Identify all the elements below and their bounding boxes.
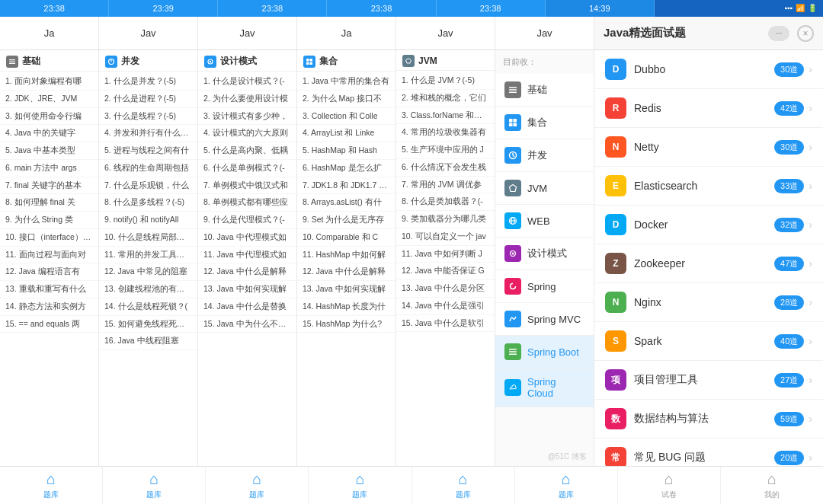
list-item[interactable]: 8. 单例模式都有哪些应 xyxy=(198,194,296,212)
tab-item-5[interactable]: ⌂ 题库 xyxy=(515,467,618,504)
list-item[interactable]: 6. 什么情况下会发生栈 xyxy=(396,159,495,177)
right-item-常见BUG问题[interactable]: 常 常见 BUG 问题 20道 › xyxy=(594,439,823,466)
list-item[interactable]: 3. 什么是线程？(-5) xyxy=(99,108,197,126)
mid-category-item-concurrency[interactable]: 并发 xyxy=(495,139,594,172)
list-item[interactable]: 5. 什么是高内聚、低耦 xyxy=(198,142,296,160)
list-item[interactable]: 13. Java 中如何实现解 xyxy=(198,281,296,298)
list-item[interactable]: 14. 什么是线程死锁？( xyxy=(99,298,197,316)
list-item[interactable]: 2. 什么是进程？(-5) xyxy=(99,91,197,108)
list-item[interactable]: 3. 如何使用命令行编 xyxy=(0,108,98,126)
list-item[interactable]: 12. Java 中什么是解释 xyxy=(198,263,296,281)
list-item[interactable]: 9. Set 为什么是无序存 xyxy=(297,212,395,229)
list-item[interactable]: 5. HashMap 和 Hash xyxy=(297,142,395,160)
list-item[interactable]: 15. == and equals 两 xyxy=(0,316,98,333)
tab-item-2[interactable]: ⌂ 题库 xyxy=(206,467,309,504)
list-item[interactable]: 7. final 关键字的基本 xyxy=(0,177,98,195)
list-item[interactable]: 12. Java 编程语言有 xyxy=(0,263,98,281)
tab-item-4[interactable]: ⌂ 题库 xyxy=(412,467,515,504)
list-item[interactable]: 11. Java 中如何判断 J xyxy=(396,246,495,263)
header-design[interactable]: Jav xyxy=(198,17,297,50)
list-item[interactable]: 10. 可以自定义一个 jav xyxy=(396,228,495,246)
list-item[interactable]: 8. Arrays.asList() 有什 xyxy=(297,194,395,212)
list-item[interactable]: 14. Java 中什么是强引 xyxy=(396,298,495,315)
list-item[interactable]: 8. 如何理解 final 关 xyxy=(0,194,98,212)
list-item[interactable]: 6. 什么是单例模式？(- xyxy=(198,160,296,177)
list-item[interactable]: 15. Java 中为什么不支持多继承？变量？(-5) xyxy=(198,316,296,333)
list-item[interactable]: 6. HashMap 是怎么扩 xyxy=(297,160,395,177)
list-item[interactable]: 9. 为什么 String 类 xyxy=(0,212,98,229)
list-item[interactable]: 4. 设计模式的六大原则 xyxy=(198,125,296,142)
list-item[interactable]: 15. 如何避免线程死锁？ xyxy=(99,316,197,333)
list-item[interactable]: 13. Java 中如何实现解 xyxy=(297,281,395,298)
list-item[interactable]: 4. 并发和并行有什么区别 xyxy=(99,125,197,142)
list-item[interactable]: 15. Java 中什么是软引 xyxy=(396,315,495,333)
mid-category-item-design[interactable]: 设计模式 xyxy=(495,238,594,270)
list-item[interactable]: 9. 类加载器分为哪几类 xyxy=(396,211,495,228)
list-item[interactable]: 1. 什么是并发？(-5) xyxy=(99,73,197,91)
mid-category-item-springmvc[interactable]: Spring MVC xyxy=(495,303,594,336)
tab-item-1[interactable]: ⌂ 题库 xyxy=(103,467,206,504)
right-item-项目管理工具[interactable]: 项 项目管理工具 27道 › xyxy=(594,361,823,400)
list-item[interactable]: 12. Java 中什么是解释 xyxy=(297,263,395,281)
list-item[interactable]: 1. 什么是设计模式？(- xyxy=(198,73,296,91)
list-item[interactable]: 2. 堆和栈的概念，它们 xyxy=(396,90,495,107)
list-item[interactable]: 14. 静态方法和实例方 xyxy=(0,298,98,316)
list-item[interactable]: 7. 单例模式中饿汉式和 xyxy=(198,177,296,195)
right-item-Elasticsearch[interactable]: E Elasticsearch 33道 › xyxy=(594,167,823,206)
list-item[interactable]: 1. Java 中常用的集合有 xyxy=(297,73,395,91)
list-item[interactable]: 1. 面向对象编程有哪 xyxy=(0,73,98,91)
mid-category-item-collections[interactable]: 集合 xyxy=(495,107,594,139)
header-jvm[interactable]: Jav xyxy=(396,17,495,50)
list-item[interactable]: 10. 什么是线程局部变量 xyxy=(99,229,197,247)
list-item[interactable]: 15. HashMap 为什么? xyxy=(297,316,395,333)
list-item[interactable]: 16. Java 中线程阻塞 xyxy=(99,333,197,350)
right-item-Netty[interactable]: N Netty 30道 › xyxy=(594,128,823,167)
right-item-Redis[interactable]: R Redis 42道 › xyxy=(594,89,823,128)
right-item-数据结构与算法[interactable]: 数 数据结构与算法 59道 › xyxy=(594,400,823,439)
tab-item-6[interactable]: ⌂ 试卷 xyxy=(618,467,721,504)
list-item[interactable]: 13. 创建线程池的有几种 xyxy=(99,281,197,298)
right-item-Zookeeper[interactable]: Z Zookeeper 47道 › xyxy=(594,244,823,283)
list-item[interactable]: 5. Java 中基本类型 xyxy=(0,142,98,160)
list-item[interactable]: 11. Java 中代理模式如 xyxy=(198,247,296,264)
list-item[interactable]: 5. 进程与线程之间有什 xyxy=(99,142,197,160)
list-item[interactable]: 7. JDK1.8 和 JDK1.7 少？(-10) xyxy=(297,177,395,195)
list-item[interactable]: 13. Java 中什么是分区 xyxy=(396,280,495,298)
list-item[interactable]: 8. 什么是多线程？(-5) xyxy=(99,194,197,212)
list-item[interactable]: 10. 接口（interface）有什么区别？(-5) xyxy=(0,229,98,247)
list-item[interactable]: 3. Class.forName 和（别？(-5) xyxy=(396,107,495,125)
list-item[interactable]: 14. HashMap 长度为什 xyxy=(297,298,395,316)
list-item[interactable]: 6. main 方法中 args xyxy=(0,160,98,177)
list-item[interactable]: 11. HashMap 中如何解 xyxy=(297,247,395,264)
tab-item-0[interactable]: ⌂ 题库 xyxy=(0,467,103,504)
mid-category-item-basics[interactable]: 基础 xyxy=(495,74,594,107)
list-item[interactable]: 9. notify() 和 notifyAll xyxy=(99,212,197,229)
list-item[interactable]: 8. 什么是类加载器？(- xyxy=(396,193,495,211)
list-item[interactable]: 10. Java 中代理模式如 xyxy=(198,229,296,247)
list-item[interactable]: 4. Java 中的关键字 xyxy=(0,125,98,142)
list-item[interactable]: 4. 常用的垃圾收集器有 xyxy=(396,124,495,142)
more-button[interactable]: ··· xyxy=(768,26,789,41)
list-item[interactable]: 3. Collection 和 Colle xyxy=(297,108,395,126)
header-collections[interactable]: Ja xyxy=(297,17,396,50)
list-item[interactable]: 7. 什么是乐观锁，什么 xyxy=(99,177,197,195)
list-item[interactable]: 11. 常用的并发工具类有 xyxy=(99,247,197,264)
list-item[interactable]: 12. Java 中常见的阻塞 xyxy=(99,263,197,281)
list-item[interactable]: 6. 线程的生命周期包括 xyxy=(99,160,197,177)
tab-item-7[interactable]: ⌂ 我的 xyxy=(721,467,823,504)
header-mid[interactable]: Jav xyxy=(495,17,594,50)
header-concurrency[interactable]: Jav xyxy=(99,17,198,50)
list-item[interactable]: 12. Java 中能否保证 G xyxy=(396,263,495,280)
list-item[interactable]: 2. 为什么 Map 接口不 xyxy=(297,91,395,108)
header-basics[interactable]: Ja xyxy=(0,17,99,50)
tab-item-3[interactable]: ⌂ 题库 xyxy=(309,467,412,504)
mid-category-item-springboot[interactable]: Spring Boot xyxy=(495,336,594,368)
list-item[interactable]: 2. JDK、JRE、JVM xyxy=(0,91,98,108)
mid-category-item-web[interactable]: WEB xyxy=(495,205,594,238)
list-item[interactable]: 5. 生产环境中应用的 J xyxy=(396,142,495,159)
list-item[interactable]: 11. 面向过程与面向对 xyxy=(0,247,98,264)
right-item-Nginx[interactable]: N Nginx 28道 › xyxy=(594,283,823,322)
mid-category-item-spring[interactable]: Spring xyxy=(495,270,594,303)
list-item[interactable]: 9. 什么是代理模式？(- xyxy=(198,212,296,229)
list-item[interactable]: 3. 设计模式有多少种， xyxy=(198,108,296,126)
